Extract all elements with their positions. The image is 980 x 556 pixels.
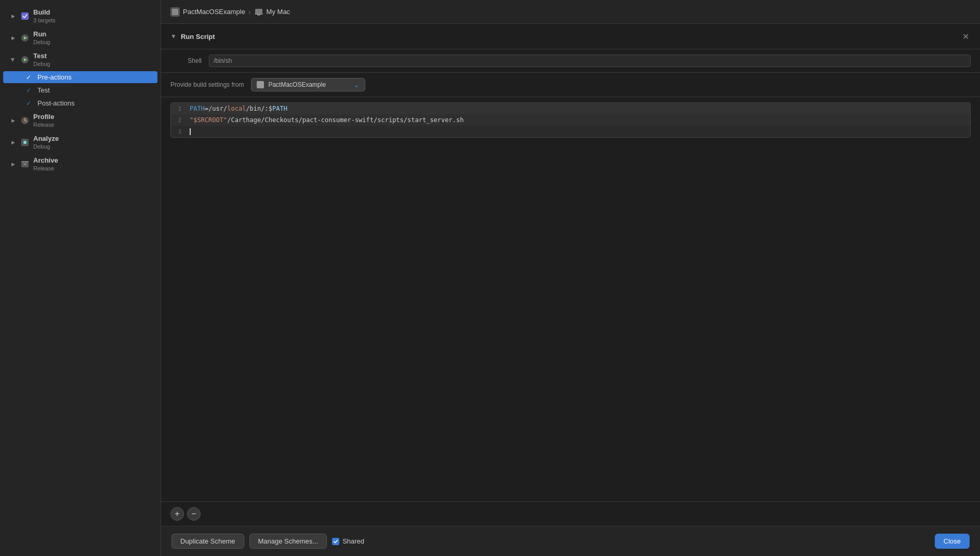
build-settings-value: PactMacOSExample [268,81,349,88]
collapse-arrow-icon[interactable]: ▼ [170,33,177,40]
sidebar-subitem-post-actions[interactable]: ✓ Post-actions [3,97,157,109]
content-spacer [161,143,980,501]
sidebar: ▶ Build 3 targets ▶ Run Debug ▶ [0,0,161,556]
sidebar-item-test-text: Test Debug [33,52,151,68]
svg-rect-0 [21,12,29,20]
svg-rect-9 [21,161,29,163]
shared-checkbox-wrap[interactable]: Shared [332,537,364,545]
shared-checkbox[interactable] [332,538,339,545]
run-script-title: Run Script [181,33,956,41]
code-line-2: 2 "$SRCROOT"/Carthage/Checkouts/pact-con… [171,114,970,126]
shared-label: Shared [342,537,364,545]
build-settings-select[interactable]: PactMacOSExample ⌄ [251,78,365,91]
sidebar-item-archive[interactable]: ▶ Archive Release [3,154,157,175]
line-number-3: 3 [171,128,187,135]
sidebar-item-run-text: Run Debug [33,30,151,46]
bottom-toolbar: + − [161,501,980,526]
manage-schemes-button[interactable]: Manage Schemes... [249,534,327,549]
remove-script-button[interactable]: − [187,507,201,521]
chevron-right-icon: ▶ [9,34,17,42]
close-button[interactable]: ✕ [960,31,971,42]
header: PactMacOSExample › My Mac [161,0,980,24]
chevron-right-icon: ▶ [9,161,17,168]
breadcrumb-project: PactMacOSExample [183,8,245,16]
code-content-1: PATH=/usr/local/bin/:$PATH [187,104,970,113]
sidebar-item-profile[interactable]: ▶ Profile Release [3,110,157,131]
chevron-right-icon: ▶ [9,139,17,146]
archive-icon [20,159,30,169]
svg-rect-8 [21,162,29,167]
build-settings-label: Provide build settings from [170,81,244,88]
chevron-down-icon: ▶ [9,56,17,63]
footer: Duplicate Scheme Manage Schemes... Share… [161,526,980,556]
checkmark-icon: ✓ [26,87,33,94]
build-settings-row: Provide build settings from PactMacOSExa… [161,73,980,97]
sidebar-item-build[interactable]: ▶ Build 3 targets [3,6,157,27]
close-button[interactable]: Close [935,534,970,549]
code-editor[interactable]: 1 PATH=/usr/local/bin/:$PATH 2 "$SRCROOT… [170,102,971,138]
line-number-2: 2 [171,117,187,124]
test-icon [20,55,30,65]
build-icon [20,11,30,21]
chevron-right-icon: ▶ [9,117,17,124]
run-script-header: ▼ Run Script ✕ [161,24,980,49]
build-select-project-icon [257,81,264,88]
shell-input[interactable] [209,55,971,67]
my-mac-icon [254,7,263,17]
shell-row: Shell [161,49,980,73]
sidebar-item-analyze-text: Analyze Debug [33,135,151,150]
code-content-3 [187,127,970,136]
sidebar-subitem-test[interactable]: ✓ Test [3,84,157,96]
dropdown-arrow-icon: ⌄ [353,81,360,89]
checkmark-icon: ✓ [26,74,33,81]
svg-rect-12 [255,9,262,14]
shell-label: Shell [170,57,202,64]
breadcrumb-destination: My Mac [267,8,290,16]
svg-rect-14 [257,15,260,16]
sidebar-item-analyze[interactable]: ▶ Analyze Debug [3,132,157,153]
main-panel: PactMacOSExample › My Mac ▼ Run Script ✕… [161,0,980,556]
code-line-1: 1 PATH=/usr/local/bin/:$PATH [171,103,970,114]
code-line-3: 3 [171,126,970,137]
chevron-right-icon: ▶ [9,12,17,20]
checkmark-icon: ✓ [26,100,33,107]
sidebar-item-profile-text: Profile Release [33,113,151,128]
sidebar-item-build-text: Build 3 targets [33,8,151,24]
profile-icon [20,115,30,126]
line-number-1: 1 [171,105,187,112]
svg-rect-13 [255,14,263,15]
sidebar-item-run[interactable]: ▶ Run Debug [3,28,157,48]
analyze-icon [20,137,30,148]
sidebar-item-test[interactable]: ▶ Test Debug [3,49,157,70]
svg-point-7 [23,141,27,144]
sidebar-item-archive-text: Archive Release [33,156,151,172]
duplicate-scheme-button[interactable]: Duplicate Scheme [171,534,244,549]
svg-rect-11 [172,9,178,15]
project-icon [170,7,180,17]
content-area: ▼ Run Script ✕ Shell Provide build setti… [161,24,980,526]
code-content-2: "$SRCROOT"/Carthage/Checkouts/pact-consu… [187,115,970,125]
sidebar-subitem-pre-actions[interactable]: ✓ Pre-actions [3,71,157,83]
run-icon [20,33,30,43]
add-script-button[interactable]: + [170,507,184,521]
breadcrumb-separator: › [248,8,251,16]
